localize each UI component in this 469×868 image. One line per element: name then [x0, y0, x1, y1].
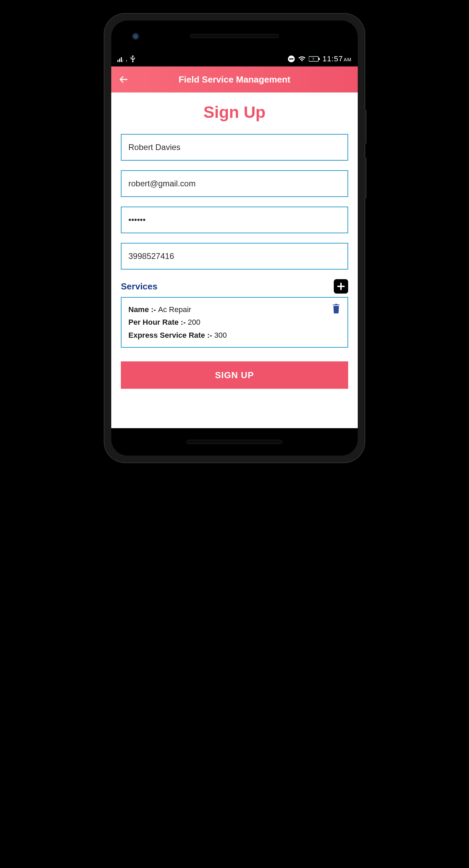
time-value: 11:57: [322, 54, 343, 63]
service-express-row: Express Service Rate :- 300: [128, 329, 341, 342]
app-bar: Field Service Management: [111, 66, 358, 92]
service-express-label: Express Service Rate :-: [128, 331, 214, 339]
camera-dot: [132, 33, 139, 40]
plus-icon: [337, 282, 345, 291]
add-service-button[interactable]: [334, 279, 348, 294]
service-name-value: Ac Repair: [158, 305, 191, 314]
do-not-disturb-icon: [288, 55, 295, 63]
service-name-label: Name :-: [128, 305, 158, 314]
svg-rect-7: [319, 58, 320, 60]
time-ampm: AM: [344, 57, 352, 62]
status-bar: , 11:57AM: [111, 51, 358, 66]
service-express-value: 300: [214, 331, 227, 339]
content-area: Sign Up Services Name :- Ac Repair: [111, 92, 358, 428]
battery-charging-icon: [309, 56, 320, 62]
phone-side-button: [365, 110, 367, 144]
phone-bottom-bezel: [111, 428, 358, 456]
phone-top-bezel: [111, 21, 358, 51]
app-title: Field Service Management: [117, 74, 352, 85]
earpiece-speaker: [190, 34, 279, 38]
phone-inner: , 11:57AM: [111, 21, 358, 456]
services-header-row: Services: [121, 279, 348, 294]
svg-rect-2: [121, 57, 122, 62]
phone-frame: , 11:57AM: [104, 14, 365, 462]
svg-rect-1: [119, 59, 120, 62]
delete-service-button[interactable]: [332, 303, 341, 315]
service-rate-value: 200: [188, 318, 201, 326]
service-name-row: Name :- Ac Repair: [128, 303, 341, 316]
svg-rect-3: [123, 60, 123, 62]
signal-icon: [117, 56, 124, 62]
service-rate-label: Per Hour Rate :-: [128, 318, 188, 326]
email-input[interactable]: [121, 170, 348, 197]
name-input[interactable]: [121, 134, 348, 161]
=: Per Hour Rate :- 200: [128, 316, 341, 328]
status-right: 11:57AM: [288, 54, 352, 63]
page-title: Sign Up: [121, 103, 348, 122]
usb-icon: [130, 55, 136, 63]
trash-icon: [332, 303, 341, 313]
services-label: Services: [121, 281, 157, 292]
service-card: Name :- Ac Repair Per Hour Rate :- 200 E…: [121, 297, 348, 348]
svg-rect-5: [289, 59, 293, 60]
status-time: 11:57AM: [322, 54, 352, 63]
phone-side-button: [365, 158, 367, 199]
svg-rect-0: [117, 60, 118, 62]
wifi-icon: [298, 56, 306, 62]
status-comma: ,: [126, 55, 127, 63]
password-input[interactable]: [121, 207, 348, 233]
bottom-speaker: [187, 440, 282, 444]
status-left: ,: [117, 55, 136, 63]
signup-button[interactable]: SIGN UP: [121, 361, 348, 389]
phone-input[interactable]: [121, 243, 348, 270]
